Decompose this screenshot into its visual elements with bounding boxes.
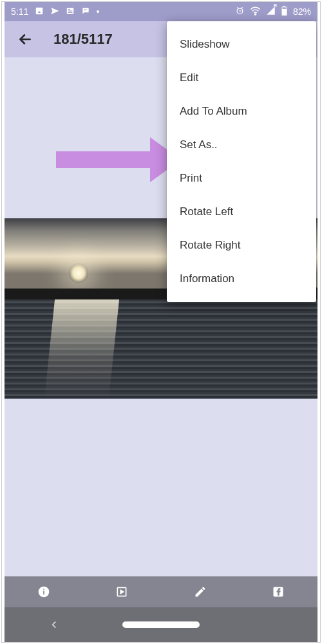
alarm-icon	[235, 6, 245, 17]
battery-icon	[281, 6, 288, 18]
status-time: 5:11	[11, 6, 28, 17]
menu-item-information[interactable]: Information	[167, 262, 316, 296]
news-icon	[66, 6, 75, 17]
svg-rect-3	[68, 9, 71, 10]
message-icon	[81, 6, 90, 17]
menu-item-print[interactable]: Print	[167, 162, 316, 195]
svg-marker-16	[121, 591, 124, 594]
status-bar: 5:11 R	[5, 2, 317, 21]
menu-item-set-as[interactable]: Set As..	[167, 128, 316, 162]
dot-icon	[97, 10, 99, 13]
svg-rect-11	[282, 7, 286, 8]
svg-rect-4	[68, 10, 73, 11]
back-button[interactable]	[15, 29, 35, 50]
system-nav-bar	[5, 607, 317, 642]
svg-rect-14	[43, 589, 44, 590]
svg-rect-10	[283, 6, 285, 7]
image-icon	[35, 6, 44, 17]
svg-rect-13	[43, 591, 44, 594]
slideshow-button[interactable]	[108, 578, 136, 606]
share-facebook-button[interactable]	[264, 578, 292, 606]
signal-icon: R	[266, 6, 276, 17]
menu-item-rotate-left[interactable]: Rotate Left	[167, 195, 316, 229]
nav-home-pill[interactable]	[122, 621, 200, 628]
overflow-menu: Slideshow Edit Add To Album Set As.. Pri…	[167, 21, 316, 302]
menu-item-edit[interactable]: Edit	[167, 61, 316, 95]
page-title: 181/5117	[53, 31, 113, 48]
edit-button[interactable]	[186, 578, 214, 606]
bottom-action-bar	[5, 576, 317, 607]
status-battery: 82%	[293, 6, 311, 17]
send-icon	[50, 6, 59, 17]
info-button[interactable]	[30, 578, 58, 606]
svg-rect-6	[84, 9, 87, 10]
wifi-icon	[250, 6, 261, 17]
nav-back-button[interactable]	[50, 616, 59, 633]
annotation-arrow	[56, 137, 185, 182]
menu-item-rotate-right[interactable]: Rotate Right	[167, 229, 316, 262]
menu-item-add-album[interactable]: Add To Album	[167, 95, 316, 128]
svg-rect-5	[68, 12, 73, 12]
menu-item-slideshow[interactable]: Slideshow	[167, 28, 316, 61]
svg-point-8	[254, 14, 256, 15]
